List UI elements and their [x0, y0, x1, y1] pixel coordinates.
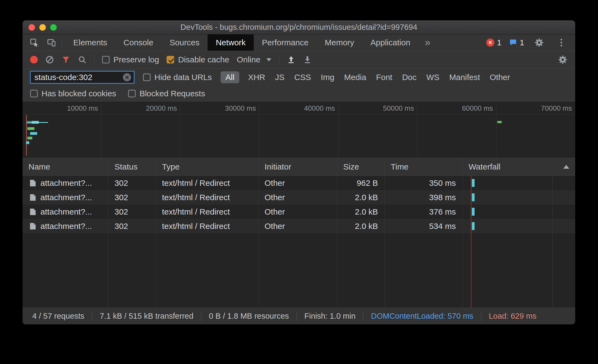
filter-type-img[interactable]: Img: [321, 73, 334, 82]
tab-network[interactable]: Network: [208, 34, 254, 51]
filter-toggle-button[interactable]: [62, 55, 70, 64]
request-waterfall[interactable]: [463, 190, 575, 205]
toolbar-separator: [94, 55, 94, 65]
request-type[interactable]: text/html / Redirect: [156, 219, 259, 233]
tab-application[interactable]: Application: [362, 34, 418, 51]
document-icon: [30, 222, 36, 230]
device-toolbar-button[interactable]: [44, 36, 59, 49]
request-initiator[interactable]: Other: [259, 205, 337, 219]
close-window-button[interactable]: [28, 24, 35, 31]
column-header-status[interactable]: Status: [109, 158, 156, 175]
request-time[interactable]: 376 ms: [385, 205, 463, 219]
request-name[interactable]: attachment?...: [23, 190, 109, 205]
overview-column: 40000 ms: [259, 101, 338, 158]
request-time[interactable]: 534 ms: [385, 219, 463, 233]
column-header-initiator[interactable]: Initiator: [259, 158, 337, 175]
error-icon: ×: [486, 39, 494, 47]
request-initiator[interactable]: Other: [259, 176, 337, 190]
request-status[interactable]: 302: [109, 190, 156, 205]
request-waterfall[interactable]: [463, 176, 575, 190]
request-initiator[interactable]: Other: [259, 219, 337, 233]
filter-type-xhr[interactable]: XHR: [248, 73, 265, 82]
filter-type-js[interactable]: JS: [275, 73, 284, 82]
tab-elements[interactable]: Elements: [65, 34, 115, 51]
has-blocked-cookies-control[interactable]: Has blocked cookies: [30, 89, 116, 98]
filter-type-manifest[interactable]: Manifest: [449, 73, 480, 82]
network-overview[interactable]: 10000 ms 20000 ms 30000 ms 40000 ms 5000…: [23, 101, 575, 158]
request-waterfall[interactable]: [463, 205, 575, 219]
overview-column: 70000 ms: [497, 101, 575, 158]
table-row[interactable]: attachment?... 302 text/html / Redirect …: [23, 205, 575, 219]
filter-input-box[interactable]: ×: [30, 71, 134, 84]
request-type[interactable]: text/html / Redirect: [156, 205, 259, 219]
hide-data-urls-checkbox[interactable]: [143, 74, 151, 81]
request-name[interactable]: attachment?...: [23, 219, 109, 233]
column-header-waterfall[interactable]: Waterfall: [463, 158, 575, 175]
column-header-name[interactable]: Name: [23, 158, 109, 175]
tab-memory[interactable]: Memory: [317, 34, 362, 51]
request-type[interactable]: text/html / Redirect: [156, 190, 259, 205]
hide-data-urls-control[interactable]: Hide data URLs: [143, 73, 212, 82]
request-waterfall[interactable]: [463, 219, 575, 233]
table-row[interactable]: attachment?... 302 text/html / Redirect …: [23, 176, 575, 190]
tab-label: Memory: [325, 38, 354, 47]
tab-console[interactable]: Console: [115, 34, 161, 51]
request-name-text: attachment?...: [40, 207, 92, 216]
preserve-log-control[interactable]: Preserve log: [102, 55, 159, 64]
filter-type-other[interactable]: Other: [490, 73, 510, 82]
column-header-size[interactable]: Size: [337, 158, 385, 175]
filter-type-ws[interactable]: WS: [426, 73, 439, 82]
preserve-log-checkbox[interactable]: [102, 56, 110, 63]
network-settings-button[interactable]: [558, 55, 568, 65]
request-name[interactable]: attachment?...: [23, 176, 109, 190]
request-time[interactable]: 398 ms: [385, 190, 463, 205]
chevron-down-icon: [266, 58, 271, 61]
export-har-button[interactable]: [303, 55, 312, 64]
request-size[interactable]: 2.0 kB: [337, 190, 385, 205]
request-size[interactable]: 2.0 kB: [337, 205, 385, 219]
minimize-window-button[interactable]: [39, 24, 46, 31]
request-status[interactable]: 302: [109, 219, 156, 233]
disable-cache-control[interactable]: Disable cache: [167, 55, 229, 64]
clear-button[interactable]: [45, 55, 54, 64]
clear-filter-button[interactable]: ×: [123, 73, 131, 81]
settings-button[interactable]: [532, 36, 546, 49]
network-toolbar: Preserve log Disable cache Online: [23, 51, 575, 69]
request-status[interactable]: 302: [109, 205, 156, 219]
main-menu-button[interactable]: [554, 36, 569, 49]
filter-type-doc[interactable]: Doc: [402, 73, 416, 82]
throttling-select[interactable]: Online: [237, 55, 271, 64]
request-size[interactable]: 962 B: [337, 176, 385, 190]
disable-cache-checkbox[interactable]: [167, 56, 174, 63]
filter-type-font[interactable]: Font: [376, 73, 392, 82]
request-status[interactable]: 302: [109, 176, 156, 190]
request-size[interactable]: 2.0 kB: [337, 219, 385, 233]
waterfall-bar: [472, 179, 475, 187]
filter-type-css[interactable]: CSS: [294, 73, 311, 82]
column-header-time[interactable]: Time: [385, 158, 463, 175]
inspect-element-button[interactable]: [27, 36, 42, 49]
import-har-button[interactable]: [287, 55, 295, 64]
request-time[interactable]: 350 ms: [385, 176, 463, 190]
filter-input[interactable]: [34, 73, 123, 82]
table-row[interactable]: attachment?... 302 text/html / Redirect …: [23, 190, 575, 205]
waterfall-bar: [472, 222, 475, 230]
column-header-type[interactable]: Type: [156, 158, 259, 175]
request-initiator[interactable]: Other: [259, 190, 337, 205]
tab-performance[interactable]: Performance: [254, 34, 317, 51]
has-blocked-cookies-checkbox[interactable]: [30, 90, 38, 97]
blocked-requests-control[interactable]: Blocked Requests: [128, 89, 205, 98]
request-type[interactable]: text/html / Redirect: [156, 176, 259, 190]
message-count-badge[interactable]: 1: [509, 38, 524, 47]
error-count-badge[interactable]: × 1: [486, 38, 501, 47]
search-button[interactable]: [78, 55, 87, 64]
request-name[interactable]: attachment?...: [23, 205, 109, 219]
tab-sources[interactable]: Sources: [161, 34, 208, 51]
filter-type-media[interactable]: Media: [344, 73, 366, 82]
record-button[interactable]: [30, 56, 38, 63]
blocked-requests-checkbox[interactable]: [128, 90, 136, 97]
more-tabs-button[interactable]: »: [418, 34, 437, 51]
filter-all-button[interactable]: All: [221, 71, 239, 83]
zoom-window-button[interactable]: [50, 24, 57, 31]
table-row[interactable]: attachment?... 302 text/html / Redirect …: [23, 219, 575, 233]
